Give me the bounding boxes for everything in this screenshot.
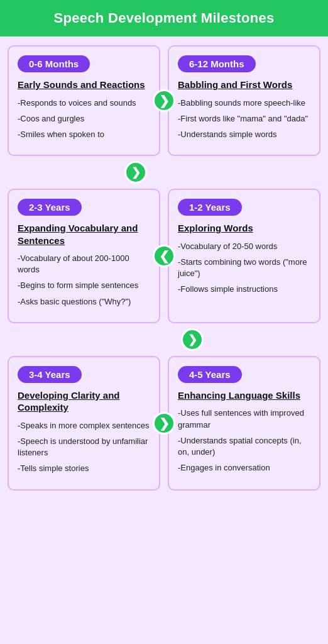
bullet-6-12-3: -Understands simple words	[178, 129, 310, 140]
bullet-4-5-3: -Engages in conversation	[178, 462, 310, 474]
card-1-2-years: 1-2 Years Exploring Words -Vocabulary of…	[168, 189, 320, 323]
age-badge-6-12: 6-12 Months	[178, 55, 256, 72]
bullet-2-3-1: -Vocabulary of about 200-1000 words	[18, 253, 150, 275]
arrow-right-row1: ❯	[153, 89, 175, 112]
card-title-2-3: Expanding Vocabulary and Sentences	[18, 222, 150, 247]
card-4-5-years: 4-5 Years Enhancing Language Skills -Use…	[168, 356, 320, 491]
arrow-right-row3: ❯	[153, 412, 175, 435]
age-badge-4-5: 4-5 Years	[178, 366, 242, 383]
card-title-6-12: Babbling and First Words	[178, 79, 310, 91]
bullet-6-12-2: -First words like "mama" and "dada"	[178, 113, 310, 125]
card-6-12-months: 6-12 Months Babbling and First Words -Ba…	[168, 45, 320, 156]
age-badge-2-3: 2-3 Years	[18, 199, 82, 216]
bullet-0-6-3: -Smiles when spoken to	[18, 129, 150, 140]
arrow-left-row2: ❮	[153, 245, 175, 267]
age-badge-3-4: 3-4 Years	[18, 366, 82, 383]
bullet-2-3-3: -Asks basic questions ("Why?")	[18, 296, 150, 308]
bullet-3-4-2: -Speech is understood by unfamiliar list…	[18, 436, 150, 458]
bullet-1-2-1: -Vocabulary of 20-50 words	[178, 241, 310, 252]
card-2-3-years: 2-3 Years Expanding Vocabulary and Sente…	[8, 189, 160, 323]
card-0-6-months: 0-6 Months Early Sounds and Reactions -R…	[8, 45, 160, 156]
card-title-0-6: Early Sounds and Reactions	[18, 79, 150, 91]
page-title: Speech Development Milestones	[0, 0, 328, 36]
bullet-2-3-2: -Begins to form simple sentences	[18, 280, 150, 291]
age-badge-0-6: 0-6 Months	[18, 55, 90, 72]
bullet-0-6-2: -Coos and gurgles	[18, 113, 150, 125]
card-3-4-years: 3-4 Years Developing Clarity and Complex…	[8, 356, 160, 491]
arrow-down-left: ❯	[181, 328, 204, 351]
bullet-1-2-3: -Follows simple instructions	[178, 284, 310, 295]
bullet-4-5-1: -Uses full sentences with improved gramm…	[178, 408, 310, 430]
bullet-6-12-1: -Babbling sounds more speech-like	[178, 97, 310, 109]
bullet-1-2-2: -Starts combining two words ("more juice…	[178, 257, 310, 279]
bullet-3-4-1: -Speaks in more complex sentences	[18, 420, 150, 431]
card-title-3-4: Developing Clarity and Complexity	[18, 389, 150, 414]
arrow-down-right: ❯	[124, 161, 147, 184]
card-title-4-5: Enhancing Language Skills	[178, 389, 310, 402]
card-title-1-2: Exploring Words	[178, 222, 310, 235]
age-badge-1-2: 1-2 Years	[178, 199, 242, 216]
bullet-0-6-1: -Responds to voices and sounds	[18, 97, 150, 109]
bullet-3-4-3: -Tells simple stories	[18, 463, 150, 474]
bullet-4-5-2: -Understands spatial concepts (in, on, u…	[178, 435, 310, 458]
